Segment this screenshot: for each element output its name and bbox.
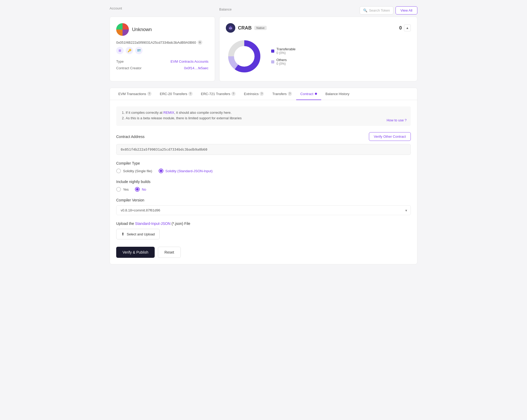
- svg-point-2: [230, 26, 231, 28]
- transferable-dot: [271, 50, 274, 53]
- token-info: CRAB Native: [226, 23, 267, 33]
- erc20-question-icon: ?: [188, 92, 193, 96]
- tab-extrinsics[interactable]: Extrinsics ?: [240, 88, 268, 100]
- main-card: EVM Transactions ? ERC-20 Transfers ? ER…: [110, 88, 417, 264]
- tab-evm-transactions[interactable]: EVM Transactions ?: [114, 88, 156, 100]
- search-token-box[interactable]: 🔍 Search Token: [360, 6, 393, 14]
- balance-amount: 0: [399, 25, 402, 31]
- tab-erc721-transfers[interactable]: ERC-721 Transfers ?: [197, 88, 240, 100]
- grid-icon[interactable]: ⊞: [116, 47, 124, 54]
- chart-section: Transferable 0 (0%) Others 0 (0%): [226, 38, 411, 75]
- how-to-use-link[interactable]: How to use ?: [387, 118, 407, 122]
- account-meta: Type EVM Contracts Accounts Contract Cre…: [116, 60, 208, 70]
- avatar: [116, 23, 129, 36]
- compiler-type-label: Compiler Type: [116, 161, 411, 165]
- no-radio[interactable]: No: [135, 187, 146, 192]
- compiler-type-section: Compiler Type Solidity (Single file) Sol…: [116, 161, 411, 173]
- card-body: If it compiles correctly at REMIX, it sh…: [110, 100, 417, 264]
- others-value: 0 (0%): [276, 62, 287, 66]
- search-bar: 🔍 Search Token View All: [360, 6, 417, 14]
- view-all-button[interactable]: View All: [396, 6, 417, 14]
- contract-dot: [315, 93, 317, 95]
- contract-address-section: Contract Address Verify Other Contract: [116, 132, 411, 141]
- erc721-question-icon: ?: [231, 92, 236, 96]
- transferable-legend: Transferable 0 (0%): [271, 47, 296, 55]
- account-header: Unknown: [116, 23, 208, 36]
- type-row: Type EVM Contracts Accounts: [116, 60, 208, 63]
- account-name: Unknown: [132, 27, 152, 32]
- upload-section: Upload the Standard-Input-JSON (*.json) …: [116, 221, 411, 239]
- nightly-builds-radio-group: Yes No: [116, 187, 411, 192]
- contract-address-display: 0x051f4b222a5f99031a25cd7334bdc3badb9a0b…: [116, 144, 411, 155]
- tab-transfers[interactable]: Transfers ?: [268, 88, 296, 100]
- key-icon[interactable]: 🔑: [126, 47, 133, 54]
- tab-balance-history[interactable]: Balance History: [321, 88, 354, 100]
- extrinsics-question-icon: ?: [260, 92, 264, 96]
- token-logo: [226, 23, 235, 33]
- search-placeholder: Search Token: [369, 8, 390, 12]
- select-and-upload-button[interactable]: ⬆ Select and Upload: [116, 229, 160, 239]
- single-file-radio-label: Solidity (Single file): [123, 169, 152, 173]
- info-list: If it compiles correctly at REMIX, it sh…: [120, 111, 407, 120]
- chart-legend: Transferable 0 (0%) Others 0 (0%): [271, 47, 296, 66]
- info-line-1: If it compiles correctly at REMIX, it sh…: [126, 111, 407, 115]
- transfers-question-icon: ?: [288, 92, 292, 96]
- standard-json-radio-label: Solidity (Standard-JSON-Input): [165, 169, 213, 173]
- account-address: 0x051f4B222a5f99031A25cd7334bdc3bAdB9A0B…: [116, 40, 208, 45]
- standard-input-json-link[interactable]: Standard-Input-JSON: [135, 221, 171, 226]
- account-card: Unknown 0x051f4B222a5f99031A25cd7334bdc3…: [110, 17, 215, 81]
- yes-radio-circle: [116, 187, 121, 192]
- compiler-type-radio-group: Solidity (Single file) Solidity (Standar…: [116, 169, 411, 173]
- info-box: If it compiles correctly at REMIX, it sh…: [116, 106, 411, 126]
- verify-other-contract-button[interactable]: Verify Other Contract: [369, 132, 411, 141]
- upload-icon: ⬆: [121, 232, 125, 236]
- no-radio-circle: [135, 187, 140, 192]
- verify-publish-button[interactable]: Verify & Publish: [116, 247, 155, 258]
- others-dot: [271, 60, 274, 63]
- search-icon: 🔍: [363, 8, 367, 12]
- standard-json-radio-circle: [159, 169, 163, 173]
- others-legend: Others 0 (0%): [271, 58, 296, 66]
- tab-erc20-transfers[interactable]: ERC-20 Transfers ?: [156, 88, 197, 100]
- select-upload-label: Select and Upload: [127, 232, 155, 236]
- svg-point-8: [234, 46, 254, 66]
- single-file-radio[interactable]: Solidity (Single file): [116, 169, 152, 173]
- token-name: CRAB: [238, 25, 252, 31]
- no-radio-label: No: [142, 187, 146, 191]
- copy-address-icon[interactable]: ⧉: [198, 40, 202, 45]
- balance-section-label: Balance: [219, 7, 232, 11]
- account-actions: ⊞ 🔑 🪪: [116, 47, 208, 54]
- compiler-version-section: Compiler Version v0.8.18+commit.87f61d96: [116, 198, 411, 215]
- transferable-label: Transferable: [276, 47, 296, 51]
- compiler-version-select[interactable]: v0.8.18+commit.87f61d96: [116, 205, 411, 215]
- token-balance: 0 ▲: [399, 24, 411, 31]
- creator-value[interactable]: 0x0f14....fe5aec: [184, 66, 208, 70]
- others-label: Others: [276, 58, 287, 62]
- expand-button[interactable]: ▲: [404, 24, 411, 31]
- svg-point-3: [229, 28, 230, 28]
- reset-button[interactable]: Reset: [158, 247, 181, 258]
- type-label: Type: [116, 60, 124, 63]
- single-file-radio-circle: [116, 169, 121, 173]
- standard-json-radio[interactable]: Solidity (Standard-JSON-Input): [159, 169, 213, 173]
- creator-label: Contract Creator: [116, 66, 141, 70]
- upload-label: Upload the Standard-Input-JSON (*.json) …: [116, 221, 411, 226]
- type-value[interactable]: EVM Contracts Accounts: [170, 60, 208, 63]
- yes-radio[interactable]: Yes: [116, 187, 129, 192]
- token-row: CRAB Native 0 ▲: [226, 23, 411, 33]
- balance-card: CRAB Native 0 ▲: [219, 17, 417, 81]
- tabs: EVM Transactions ? ERC-20 Transfers ? ER…: [110, 88, 417, 100]
- contract-address-label: Contract Address: [116, 135, 144, 139]
- nightly-builds-section: Include nightly builds Yes No: [116, 180, 411, 192]
- token-badge: Native: [254, 26, 267, 30]
- account-section-label: Account: [110, 6, 215, 10]
- remix-link[interactable]: REMIX: [163, 111, 174, 115]
- address-text: 0x051f4B222a5f99031A25cd7334bdc3bAdB9A0B…: [116, 41, 196, 45]
- compiler-version-select-wrapper: v0.8.18+commit.87f61d96: [116, 205, 411, 215]
- donut-chart: [226, 38, 263, 75]
- yes-radio-label: Yes: [123, 187, 129, 191]
- evm-transactions-question-icon: ?: [147, 92, 152, 96]
- transferable-value: 0 (0%): [276, 51, 296, 55]
- tab-contract[interactable]: Contract: [296, 88, 321, 100]
- id-icon[interactable]: 🪪: [135, 47, 143, 54]
